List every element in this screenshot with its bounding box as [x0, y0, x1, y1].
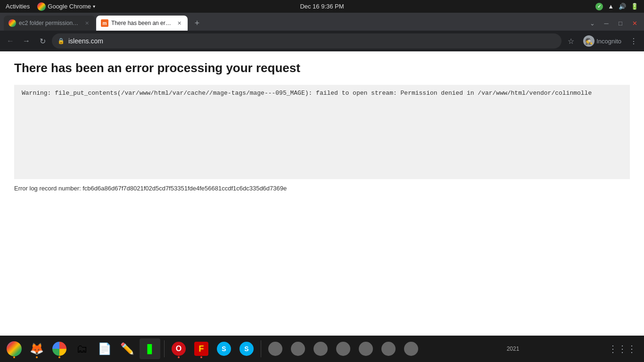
bookmark-button[interactable]: ☆: [564, 34, 578, 48]
taskbar-files-icon[interactable]: 🗂: [72, 338, 92, 359]
error-message-text: Warning: file_put_contents(/var/www/html…: [22, 90, 592, 97]
taskbar-app5-icon[interactable]: [355, 338, 376, 359]
forward-button[interactable]: →: [20, 34, 33, 48]
taskbar-app7-icon[interactable]: [401, 338, 421, 359]
url-text: isleens.com: [68, 37, 103, 45]
minimize-button[interactable]: ─: [601, 17, 612, 29]
taskbar-app1-icon[interactable]: [265, 338, 286, 359]
incognito-indicator: 🕵 Incognito: [579, 34, 625, 48]
chrome-menu-button[interactable]: ⋮: [627, 34, 640, 48]
maximize-button[interactable]: □: [615, 17, 626, 29]
taskbar-separator-2: [261, 340, 261, 357]
tab-1-title: ec2 folder permissions ch: [19, 20, 80, 26]
taskbar-texteditor-icon[interactable]: 📄: [94, 338, 115, 359]
taskbar: 🦊 🗂 📄 ✏️ ▉ O F S S: [0, 336, 644, 362]
tab-2-close[interactable]: ✕: [175, 19, 183, 27]
tab-1[interactable]: ec2 folder permissions ch ✕: [4, 16, 95, 31]
page-content: There has been an error processing your …: [0, 51, 644, 336]
address-actions: ☆ 🕵 Incognito ⋮: [564, 34, 640, 48]
address-input[interactable]: 🔒 isleens.com: [52, 33, 561, 49]
incognito-icon: 🕵: [583, 35, 594, 47]
taskbar-chrome-icon[interactable]: [4, 338, 25, 359]
taskbar-clock: 2021: [507, 346, 523, 352]
tab-2-favicon: m: [101, 19, 108, 27]
taskbar-gedit-icon[interactable]: ✏️: [117, 338, 138, 359]
chrome-window: ec2 folder permissions ch ✕ m There has …: [0, 13, 644, 336]
battery-icon: 🔋: [631, 3, 638, 10]
wifi-icon: ▲: [608, 3, 614, 10]
taskbar-app2-icon[interactable]: [288, 338, 308, 359]
apps-grid-button[interactable]: ⋮⋮⋮: [608, 343, 640, 354]
tab-search-button[interactable]: ⌄: [586, 17, 598, 29]
taskbar-filezilla-icon[interactable]: F: [191, 338, 212, 359]
taskbar-skype2-icon[interactable]: S: [236, 338, 257, 359]
system-bar-left: Activities Google Chrome ▾: [6, 2, 95, 11]
tab-bar: ec2 folder permissions ch ✕ m There has …: [0, 13, 644, 31]
taskbar-app6-icon[interactable]: [378, 338, 399, 359]
error-preformatted-area[interactable]: Warning: file_put_contents(/var/www/html…: [14, 85, 630, 179]
tab-2-title: There has been an error p: [111, 20, 173, 26]
lock-icon: 🔒: [58, 38, 65, 44]
close-button[interactable]: ✕: [629, 17, 640, 29]
address-bar: ← → ↻ 🔒 isleens.com ☆ 🕵 Incognito ⋮: [0, 31, 644, 51]
tab-bar-actions: ⌄ ─ □ ✕: [586, 17, 640, 31]
tab-2[interactable]: m There has been an error p ✕: [96, 16, 188, 31]
taskbar-app4-icon[interactable]: [333, 338, 354, 359]
error-log-number: Error log record number: fcb6d6a86d67f7d…: [14, 185, 630, 192]
new-tab-button[interactable]: +: [190, 16, 204, 30]
tab-1-favicon: [8, 19, 16, 27]
reload-button[interactable]: ↻: [36, 34, 49, 48]
taskbar-separator-1: [164, 340, 165, 357]
app-menu[interactable]: Google Chrome ▾: [37, 2, 95, 11]
taskbar-chrome-alt-icon[interactable]: [49, 338, 70, 359]
system-bar-right: ✓ ▲ 🔊 🔋: [595, 3, 638, 10]
tab-1-close[interactable]: ✕: [83, 19, 91, 27]
volume-icon: 🔊: [619, 3, 626, 10]
taskbar-firefox-icon[interactable]: 🦊: [26, 338, 47, 359]
taskbar-terminal-icon[interactable]: ▉: [140, 338, 160, 359]
system-bar: Activities Google Chrome ▾ Dec 16 9:36 P…: [0, 0, 644, 13]
chevron-down-icon: ▾: [93, 4, 95, 9]
taskbar-skype1-icon[interactable]: S: [214, 338, 234, 359]
notification-icon: ✓: [595, 3, 603, 10]
page-title: There has been an error processing your …: [14, 61, 630, 75]
back-button[interactable]: ←: [4, 34, 17, 48]
taskbar-app3-icon[interactable]: [310, 338, 331, 359]
taskbar-opera-icon[interactable]: O: [168, 338, 189, 359]
system-bar-datetime: Dec 16 9:36 PM: [300, 3, 344, 10]
activities-label[interactable]: Activities: [6, 3, 30, 10]
